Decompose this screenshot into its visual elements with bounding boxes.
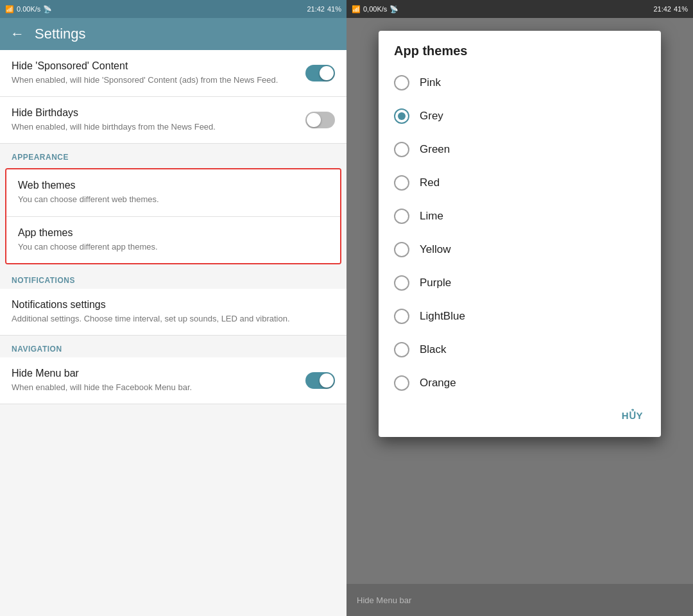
wifi-icon: 📡 (43, 5, 52, 13)
right-signal-icon: 📶 (352, 5, 361, 13)
right-panel: 📶 0,00K/s 📡 21:42 41% App themes PinkGre… (346, 0, 693, 616)
radio-circle-grey (394, 108, 409, 124)
settings-content: Hide 'Sponsored' Content When enabled, w… (0, 50, 346, 616)
dialog-options: PinkGreyGreenRedLimeYellowPurpleLightBlu… (379, 66, 661, 400)
notifications-title: Notifications settings (12, 299, 327, 311)
radio-option-red[interactable]: Red (384, 166, 656, 200)
menubar-toggle-knob (320, 373, 334, 388)
radio-circle-black (394, 342, 409, 357)
hide-menubar-title: Hide Menu bar (12, 368, 298, 379)
radio-option-purple[interactable]: Purple (384, 266, 656, 300)
radio-option-grey[interactable]: Grey (384, 99, 656, 133)
right-time: 21:42 (653, 5, 671, 13)
radio-option-lime[interactable]: Lime (384, 200, 656, 233)
app-themes-title: App themes (18, 227, 321, 239)
radio-circle-red (394, 175, 409, 191)
sponsored-toggle-knob (320, 66, 334, 80)
sponsored-toggle[interactable] (305, 65, 335, 81)
web-themes-desc: You can choose different web themes. (18, 194, 321, 205)
radio-label-yellow: Yellow (420, 243, 451, 256)
birthdays-toggle[interactable] (305, 112, 335, 128)
radio-option-green[interactable]: Green (384, 133, 656, 166)
setting-birthdays-text: Hide Birthdays When enabled, will hide b… (12, 107, 305, 133)
radio-circle-orange (394, 375, 409, 391)
battery-left: 41% (327, 5, 341, 13)
radio-label-black: Black (420, 343, 447, 356)
radio-label-lime: Lime (420, 210, 443, 223)
navigation-section-header: NAVIGATION (0, 336, 346, 357)
left-status-bar: 📶 0.00K/s 📡 21:42 41% (0, 0, 346, 18)
radio-circle-pink (394, 75, 409, 90)
back-button[interactable]: ← (10, 26, 24, 42)
radio-option-black[interactable]: Black (384, 333, 656, 366)
appearance-highlighted-box: Web themes You can choose different web … (5, 168, 341, 264)
radio-label-orange: Orange (420, 377, 456, 389)
app-themes-desc: You can choose different app themes. (18, 241, 321, 253)
notifications-text: Notifications settings Additional settin… (12, 299, 335, 325)
right-status-left: 📶 0,00K/s 📡 (352, 5, 398, 13)
radio-option-yellow[interactable]: Yellow (384, 233, 656, 266)
right-network-speed: 0,00K/s (363, 5, 387, 13)
right-wifi-icon: 📡 (389, 5, 398, 13)
radio-circle-lightblue (394, 309, 409, 324)
bottom-text: Hide Menu bar (357, 595, 411, 605)
setting-notifications[interactable]: Notifications settings Additional settin… (0, 289, 346, 336)
setting-sponsored-title: Hide 'Sponsored' Content (12, 60, 298, 72)
time-left: 21:42 (307, 5, 325, 13)
dialog-background: App themes PinkGreyGreenRedLimeYellowPur… (346, 18, 693, 584)
setting-sponsored[interactable]: Hide 'Sponsored' Content When enabled, w… (0, 50, 346, 97)
right-battery: 41% (674, 5, 688, 13)
setting-sponsored-desc: When enabled, will hide 'Sponsored' Cont… (12, 74, 298, 86)
left-panel: 📶 0.00K/s 📡 21:42 41% ← Settings Hide 'S… (0, 0, 346, 616)
cancel-button[interactable]: HỦY (614, 405, 651, 427)
network-speed: 0.00K/s (17, 5, 40, 13)
radio-label-red: Red (420, 176, 440, 189)
hide-menubar-text: Hide Menu bar When enabled, will hide th… (12, 368, 305, 393)
app-themes-text: App themes You can choose different app … (18, 227, 329, 253)
radio-option-orange[interactable]: Orange (384, 366, 656, 400)
menubar-toggle[interactable] (305, 372, 335, 389)
radio-option-pink[interactable]: Pink (384, 66, 656, 99)
radio-circle-yellow (394, 242, 409, 257)
left-status-left: 📶 0.00K/s 📡 (5, 5, 52, 13)
radio-circle-lime (394, 209, 409, 224)
web-themes-title: Web themes (18, 180, 321, 191)
page-title: Settings (35, 26, 86, 42)
bottom-visible-area: Hide Menu bar (346, 584, 693, 616)
left-status-right: 21:42 41% (307, 5, 341, 13)
setting-web-themes[interactable]: Web themes You can choose different web … (6, 169, 340, 216)
notifications-section-header: NOTIFICATIONS (0, 267, 346, 289)
dialog-actions: HỦY (379, 400, 661, 437)
dialog-title: App themes (379, 31, 661, 66)
radio-circle-purple (394, 275, 409, 291)
setting-sponsored-text: Hide 'Sponsored' Content When enabled, w… (12, 60, 305, 86)
radio-option-lightblue[interactable]: LightBlue (384, 300, 656, 333)
setting-hide-menubar[interactable]: Hide Menu bar When enabled, will hide th… (0, 357, 346, 404)
radio-circle-green (394, 142, 409, 157)
radio-label-pink: Pink (420, 76, 441, 89)
radio-label-purple: Purple (420, 277, 451, 289)
right-status-bar: 📶 0,00K/s 📡 21:42 41% (346, 0, 693, 18)
radio-label-lightblue: LightBlue (420, 310, 465, 323)
appearance-section-header: APPEARANCE (0, 144, 346, 166)
signal-icon: 📶 (5, 5, 14, 13)
radio-label-grey: Grey (420, 110, 443, 123)
settings-header: ← Settings (0, 18, 346, 50)
setting-birthdays[interactable]: Hide Birthdays When enabled, will hide b… (0, 97, 346, 144)
app-themes-dialog: App themes PinkGreyGreenRedLimeYellowPur… (379, 31, 661, 437)
notifications-desc: Additional settings. Choose time interva… (12, 313, 327, 325)
hide-menubar-desc: When enabled, will hide the Facebook Men… (12, 382, 298, 393)
web-themes-text: Web themes You can choose different web … (18, 180, 329, 205)
setting-app-themes[interactable]: App themes You can choose different app … (6, 217, 340, 263)
right-status-right: 21:42 41% (653, 5, 688, 13)
birthdays-toggle-knob (307, 113, 321, 127)
radio-label-green: Green (420, 143, 450, 156)
setting-birthdays-title: Hide Birthdays (12, 107, 298, 119)
setting-birthdays-desc: When enabled, will hide birthdays from t… (12, 121, 298, 133)
